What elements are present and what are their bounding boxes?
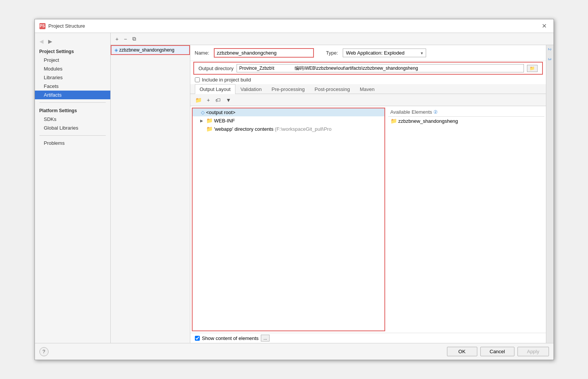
back-button[interactable]: ◀ [38, 38, 45, 45]
layout-label-btn[interactable]: 🏷 [213, 96, 223, 104]
tab-pre-processing[interactable]: Pre-processing [267, 84, 309, 94]
file-tree-pane: ◇ <output root> ▶ 📁 WEB-INF [192, 108, 385, 331]
apply-button[interactable]: Apply [517, 347, 549, 356]
forward-button[interactable]: ▶ [47, 38, 54, 45]
title-bar: PS Project Structure ✕ [35, 19, 554, 33]
footer-left: ? [39, 347, 444, 356]
artifact-item-name: zzbzbnew_shandongsheng [119, 47, 174, 53]
sidebar-item-artifacts[interactable]: Artifacts [35, 91, 110, 99]
content-area: Name: Type: Web Application: Exploded [190, 45, 546, 343]
sidebar-item-project[interactable]: Project [35, 56, 110, 64]
main-panel: + − ⧉ ◈ zzbzbnew_shandongsheng Name [111, 33, 554, 343]
available-header: Available Elements ② [388, 108, 544, 117]
sidebar-item-sdks[interactable]: SDKs [35, 115, 110, 124]
type-select-wrapper: Web Application: Exploded [343, 49, 426, 57]
sidebar-item-facets[interactable]: Facets [35, 82, 110, 91]
output-dir-label: Output directory [199, 66, 234, 71]
name-input-wrap [214, 48, 314, 58]
nav-arrows: ◀ ▶ [35, 36, 110, 47]
webinf-chevron: ▶ [200, 119, 205, 123]
fields-row: Name: Type: Web Application: Exploded [190, 45, 546, 61]
add-artifact-btn[interactable]: + [114, 35, 121, 43]
include-checkbox[interactable] [195, 77, 200, 82]
tree-item-webinf-label: WEB-INF [214, 118, 235, 124]
artifact-list-column: ◈ zzbzbnew_shandongsheng [111, 45, 190, 343]
show-content-btn[interactable]: ... [261, 335, 270, 341]
name-input[interactable] [215, 49, 313, 57]
artifact-area: ◈ zzbzbnew_shandongsheng Name: Type: [111, 45, 554, 343]
artifact-list-toolbar: + − ⧉ [111, 33, 554, 45]
artifact-icon: ◈ [114, 47, 118, 53]
cancel-button[interactable]: Cancel [480, 347, 514, 356]
remove-artifact-btn[interactable]: − [122, 35, 129, 43]
tab-maven[interactable]: Maven [355, 84, 379, 94]
copy-artifact-btn[interactable]: ⧉ [130, 34, 138, 43]
artifact-list-item[interactable]: ◈ zzbzbnew_shandongsheng [111, 45, 190, 55]
show-content-label: Show content of elements [202, 335, 259, 341]
app-icon: PS [39, 23, 45, 29]
title-bar-left: PS Project Structure [39, 23, 85, 29]
include-row: Include in project build [190, 75, 546, 84]
close-button[interactable]: ✕ [539, 22, 549, 30]
available-pane: Available Elements ② 📁 zzbzbnew_shandong… [387, 106, 546, 333]
sidebar-item-problems[interactable]: Problems [35, 139, 110, 147]
layout-content: ◇ <output root> ▶ 📁 WEB-INF [190, 106, 546, 333]
tab-post-processing[interactable]: Post-processing [310, 84, 355, 94]
sidebar-divider-2 [39, 135, 106, 136]
right-panel-item-3[interactable]: 3 [547, 58, 552, 60]
layout-toolbar: 📁 + 🏷 ▼ [190, 94, 546, 106]
sidebar-item-global-libraries[interactable]: Global Libraries [35, 124, 110, 132]
right-panel-item-2[interactable]: 2 [547, 48, 552, 50]
help-button[interactable]: ? [39, 347, 49, 356]
ok-button[interactable]: OK [447, 347, 477, 356]
include-label: Include in project build [202, 77, 251, 83]
project-settings-header: Project Settings [35, 47, 110, 56]
layout-add-btn[interactable]: + [205, 96, 212, 104]
show-content-row: Show content of elements ... [190, 333, 546, 343]
tree-item-webapp-label: 'webapp' directory contents (F:\workspac… [214, 126, 332, 132]
sidebar-item-libraries[interactable]: Libraries [35, 73, 110, 82]
layout-more-btn[interactable]: ▼ [224, 96, 233, 104]
sidebar-item-modules[interactable]: Modules [35, 64, 110, 73]
show-content-checkbox[interactable] [195, 336, 200, 341]
name-label: Name: [195, 50, 209, 56]
webinf-folder-icon: 📁 [206, 117, 213, 124]
type-label: Type: [326, 50, 338, 56]
dialog-body: ◀ ▶ Project Settings Project Modules Lib… [35, 33, 554, 343]
tab-output-layout[interactable]: Output Layout [195, 84, 236, 94]
footer: ? OK Cancel Apply [35, 343, 554, 360]
tree-item-webapp[interactable]: 📁 'webapp' directory contents (F:\worksp… [193, 125, 384, 133]
layout-folder-btn[interactable]: 📁 [193, 96, 204, 104]
sidebar-divider [39, 102, 106, 103]
webapp-folder-icon: 📁 [206, 126, 213, 132]
platform-settings-header: Platform Settings [35, 106, 110, 115]
output-dir-row: Output directory 📁 [193, 62, 543, 75]
tree-item-root-label: <output root> [206, 110, 235, 115]
tree-item-output-root[interactable]: ◇ <output root> [193, 108, 384, 116]
browse-button[interactable]: 📁 [527, 65, 538, 72]
tab-validation[interactable]: Validation [235, 84, 267, 94]
layout-area: 📁 + 🏷 ▼ ◇ [190, 94, 546, 343]
tabs-bar: Output Layout Validation Pre-processing … [190, 84, 546, 94]
sidebar: ◀ ▶ Project Settings Project Modules Lib… [35, 33, 111, 343]
root-icon: ◇ [201, 110, 205, 115]
available-item-0[interactable]: 📁 zzbzbnew_shandongsheng [388, 117, 544, 125]
type-select[interactable]: Web Application: Exploded [343, 49, 426, 57]
avail-folder-icon: 📁 [390, 118, 397, 124]
tree-item-webinf[interactable]: ▶ 📁 WEB-INF [193, 116, 384, 125]
project-structure-dialog: PS Project Structure ✕ ◀ ▶ Project Setti… [34, 19, 554, 360]
right-side-panel: 2 3 [546, 45, 554, 343]
output-dir-input[interactable] [237, 64, 524, 72]
dialog-title: Project Structure [49, 23, 85, 29]
